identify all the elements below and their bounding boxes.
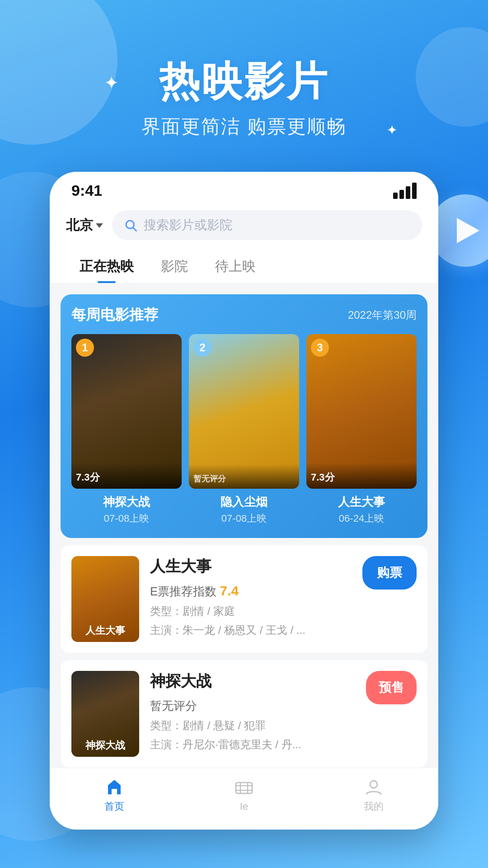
weekly-week: 2022年第30周	[348, 308, 417, 322]
list-cast-1: 主演：朱一龙 / 杨恩又 / 王戈 / ...	[150, 622, 352, 638]
weekly-movies-row: 1 7.3分 神探大战 07-08上映 2	[71, 334, 417, 525]
movie-date-2: 07-08上映	[189, 512, 299, 525]
tab-bar: 正在热映 影院 待上映	[50, 249, 438, 283]
search-icon	[124, 218, 137, 232]
score-badge-3: 7.3分	[306, 462, 417, 489]
list-poster-2: 神探大战	[71, 671, 139, 757]
movie-list-card-2: 神探大战 神探大战 暂无评分 类型：剧情 / 悬疑 / 犯罪 主演：丹尼尔·雷德…	[61, 660, 427, 768]
movie-list-item-1: 人生大事 人生大事 E票推荐指数 7.4 类型：剧情 / 家庭 主演：朱一龙 /…	[50, 545, 438, 653]
chevron-down-icon	[96, 223, 103, 228]
content-area: 每周电影推荐 2022年第30周 1 7.3分	[50, 283, 438, 768]
weekly-card: 每周电影推荐 2022年第30周 1 7.3分	[61, 294, 427, 538]
list-movie-title-1: 人生大事	[150, 556, 352, 577]
score-value-1: 7.4	[220, 583, 239, 598]
weekly-movie-1[interactable]: 1 7.3分 神探大战 07-08上映	[71, 334, 182, 525]
score-badge-1: 7.3分	[71, 462, 182, 489]
movie-name-1: 神探大战	[71, 494, 182, 510]
phone-mockup: 9:41 北京 搜索影片或影院	[50, 172, 438, 830]
nav-item-user[interactable]: 我的	[364, 777, 384, 813]
movie-name-3: 人生大事	[306, 494, 417, 510]
buy-ticket-button-1[interactable]: 购票	[362, 556, 417, 590]
bottom-nav: 首页 Ie 我的	[50, 768, 438, 830]
search-placeholder: 搜索影片或影院	[144, 217, 232, 234]
score-badge-2: 暂无评分	[189, 464, 299, 489]
nav-label-movie: Ie	[240, 801, 248, 812]
movie-name-2: 隐入尘烟	[189, 494, 299, 510]
nav-label-home: 首页	[104, 800, 124, 813]
tab-coming-soon[interactable]: 待上映	[202, 249, 269, 283]
movie-list-item-2: 神探大战 神探大战 暂无评分 类型：剧情 / 悬疑 / 犯罪 主演：丹尼尔·雷德…	[50, 660, 438, 768]
rank-badge-3: 3	[311, 339, 329, 357]
tab-cinema[interactable]: 影院	[147, 249, 202, 283]
weekly-movie-2[interactable]: 2 暂无评分 隐入尘烟 07-08上映	[189, 334, 299, 525]
hero-section: 热映影片 界面更简洁 购票更顺畅	[0, 54, 488, 139]
list-genre-1: 类型：剧情 / 家庭	[150, 603, 352, 619]
presale-button-1[interactable]: 预售	[366, 671, 417, 704]
list-score-row-2: 暂无评分	[150, 698, 355, 714]
rank-badge-1: 1	[76, 339, 94, 357]
signal-bar-4	[412, 183, 417, 199]
signal-bar-2	[399, 190, 404, 199]
list-poster-1: 人生大事	[71, 556, 139, 642]
nav-label-user: 我的	[364, 800, 384, 813]
location-button[interactable]: 北京	[66, 216, 103, 235]
status-time: 9:41	[71, 182, 102, 199]
list-info-2: 神探大战 暂无评分 类型：剧情 / 悬疑 / 犯罪 主演：丹尼尔·雷德克里夫 /…	[150, 671, 355, 755]
svg-point-7	[370, 781, 377, 788]
tab-now-showing[interactable]: 正在热映	[66, 249, 147, 283]
nav-item-home[interactable]: 首页	[104, 777, 124, 813]
user-icon	[364, 777, 384, 797]
status-bar: 9:41	[50, 172, 438, 203]
poster-3-bg: 3 7.3分	[306, 334, 417, 489]
play-triangle-icon	[457, 218, 479, 243]
movie-date-1: 07-08上映	[71, 512, 182, 525]
nav-item-movie[interactable]: Ie	[234, 778, 254, 812]
list-info-1: 人生大事 E票推荐指数 7.4 类型：剧情 / 家庭 主演：朱一龙 / 杨恩又 …	[150, 556, 352, 641]
poster-inner-text-1: 人生大事	[71, 624, 139, 637]
movie-date-3: 06-24上映	[306, 512, 417, 525]
city-label: 北京	[66, 216, 93, 235]
poster-1-bg: 1 7.3分	[71, 334, 182, 489]
weekly-movie-3[interactable]: 3 7.3分 人生大事 06-24上映	[306, 334, 417, 525]
phone-frame: 9:41 北京 搜索影片或影院	[50, 172, 438, 830]
list-cast-2: 主演：丹尼尔·雷德克里夫 / 丹...	[150, 736, 355, 753]
list-score-row-1: E票推荐指数 7.4	[150, 583, 352, 599]
search-bar[interactable]: 搜索影片或影院	[112, 210, 422, 240]
poster-inner-text-2: 神探大战	[71, 739, 139, 752]
list-movie-title-2: 神探大战	[150, 671, 355, 692]
signal-bar-3	[406, 186, 410, 199]
svg-line-1	[133, 228, 136, 231]
movie-icon	[234, 778, 254, 798]
movie-list-card-1: 人生大事 人生大事 E票推荐指数 7.4 类型：剧情 / 家庭 主演：朱一龙 /…	[61, 545, 427, 653]
signal-icon	[393, 183, 417, 199]
signal-bar-1	[393, 193, 398, 199]
weekly-title: 每周电影推荐	[71, 305, 158, 325]
svg-rect-2	[236, 783, 252, 793]
weekly-card-header: 每周电影推荐 2022年第30周	[71, 305, 417, 325]
rank-badge-2: 2	[193, 339, 211, 357]
hero-subtitle: 界面更简洁 购票更顺畅	[0, 114, 488, 139]
poster-2-bg: 2 暂无评分	[189, 334, 299, 489]
hero-title: 热映影片	[0, 54, 488, 109]
list-genre-2: 类型：剧情 / 悬疑 / 犯罪	[150, 717, 355, 734]
home-icon	[104, 777, 124, 797]
top-bar: 北京 搜索影片或影院	[50, 203, 438, 249]
